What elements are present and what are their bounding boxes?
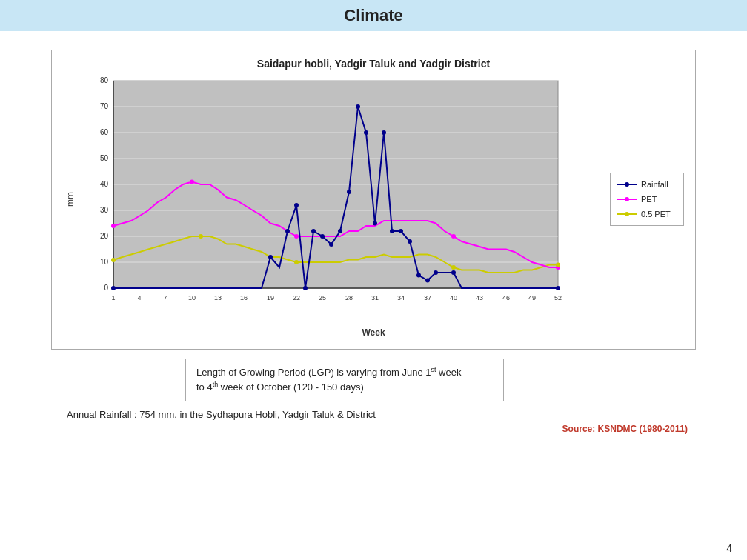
page-number: 4 [726,542,732,554]
svg-point-66 [416,273,421,278]
lgp-box: Length of Growing Period (LGP) is varyin… [185,359,504,401]
legend-box: Rainfall PET 0.5 PET [610,173,684,226]
svg-point-57 [338,229,342,233]
svg-point-58 [347,190,351,194]
svg-point-47 [451,265,456,270]
legend-item-pet: PET [617,195,677,204]
svg-point-48 [556,263,560,267]
svg-text:13: 13 [214,294,222,301]
legend-line-rainfall [617,184,637,185]
svg-text:30: 30 [100,206,109,214]
svg-text:40: 40 [450,294,457,301]
legend-item-pet05: 0.5 PET [617,210,677,219]
svg-point-68 [434,270,438,275]
chart-container: Saidapur hobli, Yadgir Taluk and Yadgir … [51,50,696,350]
svg-text:60: 60 [100,128,109,136]
svg-point-50 [268,255,273,259]
svg-point-39 [111,224,116,228]
svg-point-44 [111,258,116,262]
svg-text:37: 37 [424,294,431,301]
lgp-sup2: th [213,381,219,388]
y-axis-label: mm [63,73,76,325]
lgp-sup1: st [431,366,436,373]
svg-point-40 [190,180,194,184]
svg-text:52: 52 [554,294,562,301]
legend-label-pet: PET [641,195,657,204]
svg-point-70 [556,286,560,290]
x-axis-label: Week [63,327,684,338]
svg-text:40: 40 [100,180,109,188]
chart-inner: 0 10 20 30 40 50 60 70 80 1 [76,73,606,325]
page-title: Climate [344,6,402,25]
svg-text:10: 10 [100,258,109,266]
legend-line-pet05 [617,213,637,215]
legend-label-pet05: 0.5 PET [641,210,671,219]
svg-text:19: 19 [267,294,274,301]
header-bar: Climate [0,0,747,31]
svg-text:0: 0 [104,284,108,292]
svg-point-61 [373,221,377,226]
svg-point-67 [425,279,430,283]
svg-point-59 [356,104,360,109]
svg-point-49 [111,286,116,290]
chart-svg: 0 10 20 30 40 50 60 70 80 1 [76,73,602,325]
svg-point-51 [285,229,290,233]
svg-point-65 [408,239,412,244]
legend-item-rainfall: Rainfall [617,180,677,189]
svg-text:4: 4 [137,294,141,301]
svg-text:49: 49 [528,294,536,301]
svg-point-42 [451,234,456,239]
svg-text:7: 7 [163,294,167,301]
svg-point-63 [390,229,394,233]
svg-text:50: 50 [100,154,109,162]
svg-text:10: 10 [188,294,196,301]
main-content: Saidapur hobli, Yadgir Taluk and Yadgir … [0,31,747,445]
svg-text:43: 43 [476,294,483,301]
chart-title: Saidapur hobli, Yadgir Taluk and Yadgir … [63,58,684,70]
svg-text:22: 22 [293,294,300,301]
chart-area: mm [63,73,684,325]
svg-text:1: 1 [111,294,115,301]
lgp-text-line1: Length of Growing Period (LGP) is varyin… [196,367,461,378]
annual-rainfall-text: Annual Rainfall : 754 mm. in the Sydhapu… [67,409,725,420]
svg-text:34: 34 [397,294,405,301]
svg-text:70: 70 [100,102,109,110]
lgp-text-line2: to 4th week of October (120 - 150 days) [196,381,364,393]
svg-point-56 [329,242,333,247]
svg-point-46 [294,260,299,264]
svg-point-41 [294,234,299,239]
svg-point-55 [320,234,325,239]
source-text: Source: KSNDMC (1980-2011) [22,424,688,434]
svg-point-54 [311,229,316,233]
svg-text:25: 25 [319,294,326,301]
svg-point-52 [294,203,299,207]
svg-text:16: 16 [240,294,248,301]
svg-point-45 [199,234,203,239]
legend-label-rainfall: Rainfall [641,180,668,189]
svg-text:20: 20 [100,232,109,240]
legend-line-pet [617,199,637,200]
svg-point-64 [399,229,403,233]
svg-text:28: 28 [345,294,353,301]
svg-point-60 [364,130,368,135]
svg-point-53 [303,286,308,290]
chart-and-legend: 0 10 20 30 40 50 60 70 80 1 [76,73,684,325]
svg-point-62 [382,130,386,135]
svg-text:31: 31 [371,294,379,301]
svg-text:80: 80 [100,76,109,84]
svg-text:46: 46 [502,294,510,301]
svg-point-69 [451,270,456,275]
